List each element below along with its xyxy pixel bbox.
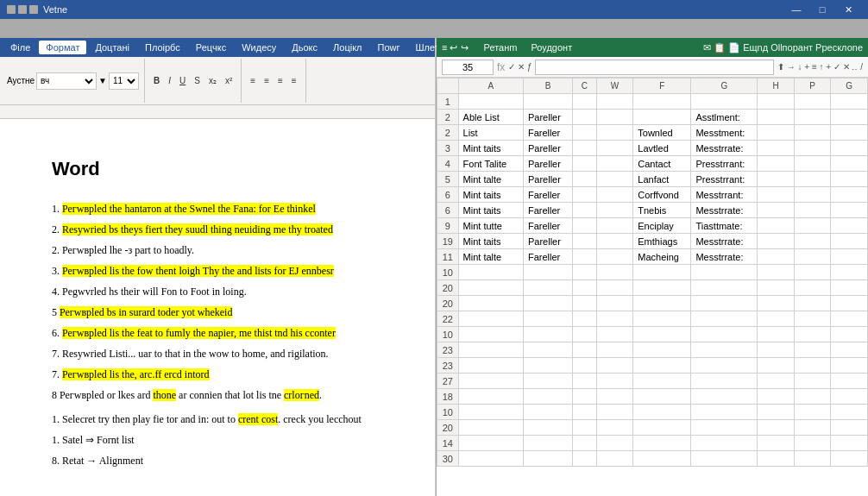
table-cell[interactable] xyxy=(831,436,868,451)
table-cell[interactable] xyxy=(831,327,868,342)
table-cell[interactable] xyxy=(458,451,523,467)
table-cell[interactable] xyxy=(831,311,868,327)
table-cell[interactable] xyxy=(691,374,758,389)
table-cell[interactable] xyxy=(573,342,597,358)
table-cell[interactable] xyxy=(596,187,633,203)
table-cell[interactable] xyxy=(758,249,795,265)
table-cell[interactable] xyxy=(831,389,868,405)
col-header-f[interactable]: F xyxy=(633,78,691,94)
table-cell[interactable] xyxy=(523,405,572,420)
table-cell[interactable] xyxy=(596,156,633,172)
table-cell[interactable] xyxy=(633,94,691,110)
table-cell[interactable] xyxy=(523,280,572,296)
table-cell[interactable] xyxy=(633,374,691,389)
tab-pages[interactable]: Плоірбс xyxy=(138,41,187,54)
table-cell[interactable] xyxy=(458,265,523,280)
table-cell[interactable] xyxy=(633,327,691,342)
table-cell[interactable] xyxy=(596,172,633,187)
col-header-g[interactable]: G xyxy=(691,78,758,94)
table-cell[interactable] xyxy=(794,187,831,203)
table-cell[interactable] xyxy=(633,436,691,451)
table-cell[interactable]: Macheing xyxy=(633,249,691,265)
table-cell[interactable] xyxy=(523,327,572,342)
table-cell[interactable] xyxy=(691,280,758,296)
table-cell[interactable] xyxy=(794,218,831,234)
table-cell[interactable] xyxy=(758,110,795,125)
table-cell[interactable] xyxy=(758,234,795,249)
table-cell[interactable] xyxy=(831,203,868,218)
table-cell[interactable] xyxy=(794,265,831,280)
table-cell[interactable] xyxy=(691,420,758,436)
table-cell[interactable] xyxy=(596,327,633,342)
table-cell[interactable] xyxy=(831,141,868,156)
table-cell[interactable] xyxy=(596,141,633,156)
table-cell[interactable] xyxy=(523,296,572,311)
table-cell[interactable] xyxy=(573,187,597,203)
table-cell[interactable] xyxy=(794,405,831,420)
maximize-button[interactable]: □ xyxy=(809,1,835,18)
table-cell[interactable] xyxy=(758,405,795,420)
table-cell[interactable]: Mint talte xyxy=(458,172,523,187)
table-cell[interactable]: Emthiags xyxy=(633,234,691,249)
table-cell[interactable] xyxy=(573,405,597,420)
table-cell[interactable] xyxy=(596,125,633,141)
table-cell[interactable]: Messtment: xyxy=(691,125,758,141)
table-cell[interactable]: Messtrrant: xyxy=(691,187,758,203)
table-cell[interactable] xyxy=(523,451,572,467)
table-cell[interactable] xyxy=(633,265,691,280)
table-cell[interactable] xyxy=(794,125,831,141)
table-cell[interactable] xyxy=(596,420,633,436)
table-cell[interactable] xyxy=(691,451,758,467)
table-cell[interactable] xyxy=(831,218,868,234)
table-cell[interactable] xyxy=(523,389,572,405)
table-cell[interactable] xyxy=(794,389,831,405)
col-header-a[interactable]: A xyxy=(458,78,523,94)
table-cell[interactable] xyxy=(596,436,633,451)
table-cell[interactable] xyxy=(596,311,633,327)
table-cell[interactable] xyxy=(794,436,831,451)
justify-button[interactable]: ≡ xyxy=(288,74,300,87)
table-cell[interactable] xyxy=(633,311,691,327)
table-cell[interactable]: Fareller xyxy=(523,203,572,218)
table-cell[interactable] xyxy=(458,405,523,420)
table-cell[interactable] xyxy=(573,265,597,280)
table-cell[interactable] xyxy=(573,436,597,451)
table-cell[interactable]: Pareller xyxy=(523,156,572,172)
table-cell[interactable]: Pareller xyxy=(523,172,572,187)
table-cell[interactable] xyxy=(523,265,572,280)
table-cell[interactable] xyxy=(758,156,795,172)
table-cell[interactable] xyxy=(758,296,795,311)
table-cell[interactable]: Enciplay xyxy=(633,218,691,234)
tab-file[interactable]: Філе xyxy=(3,41,37,54)
table-cell[interactable] xyxy=(633,389,691,405)
table-cell[interactable]: Lanfact xyxy=(633,172,691,187)
table-cell[interactable] xyxy=(758,342,795,358)
table-cell[interactable] xyxy=(831,420,868,436)
table-cell[interactable] xyxy=(831,374,868,389)
table-cell[interactable] xyxy=(596,110,633,125)
formula-input[interactable] xyxy=(535,60,773,75)
minimize-button[interactable]: — xyxy=(783,1,809,18)
table-cell[interactable] xyxy=(458,420,523,436)
table-cell[interactable] xyxy=(794,110,831,125)
table-cell[interactable] xyxy=(794,327,831,342)
table-cell[interactable] xyxy=(691,311,758,327)
table-cell[interactable] xyxy=(573,156,597,172)
table-cell[interactable] xyxy=(523,311,572,327)
table-cell[interactable]: Townled xyxy=(633,125,691,141)
table-cell[interactable] xyxy=(458,296,523,311)
subscript-button[interactable]: x₂ xyxy=(205,74,220,87)
table-cell[interactable] xyxy=(758,451,795,467)
excel-tab-formula[interactable]: Роудgонт xyxy=(525,41,577,54)
table-cell[interactable] xyxy=(758,358,795,374)
table-cell[interactable] xyxy=(596,234,633,249)
table-cell[interactable]: Asstlment: xyxy=(691,110,758,125)
table-cell[interactable]: Pareller xyxy=(523,110,572,125)
table-cell[interactable] xyxy=(831,280,868,296)
table-cell[interactable] xyxy=(596,218,633,234)
table-cell[interactable] xyxy=(523,374,572,389)
table-cell[interactable] xyxy=(573,141,597,156)
table-cell[interactable] xyxy=(523,436,572,451)
table-cell[interactable]: List xyxy=(458,125,523,141)
table-cell[interactable] xyxy=(458,436,523,451)
